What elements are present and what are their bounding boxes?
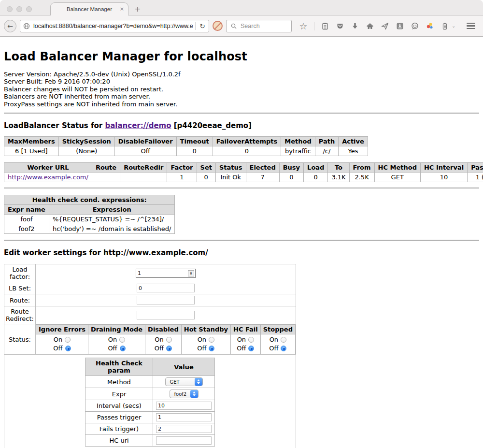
site-identity-globe-icon[interactable] [22, 22, 31, 30]
draining-mode-off-radio[interactable] [120, 346, 126, 351]
col-failoverattempts: FailoverAttempts [213, 137, 281, 146]
color-dots-icon[interactable] [426, 22, 434, 30]
cell-factor: 1 [167, 173, 197, 182]
edit-worker-heading: Edit worker settings for http://www.exam… [4, 248, 479, 257]
stopped-on-radio[interactable] [281, 337, 286, 343]
cell-timeout: 0 [176, 146, 213, 156]
bookmark-star-icon[interactable]: ☆ [299, 22, 308, 30]
search-bar[interactable]: Search [226, 20, 292, 32]
cell-active: Yes [339, 146, 368, 156]
col-path: Path [315, 137, 338, 146]
hc-fail-off-radio[interactable] [248, 346, 254, 351]
worker-url-link[interactable]: http://www.example.com/ [8, 173, 88, 181]
on-label: On [237, 335, 246, 344]
reading-list-clipboard-icon[interactable] [321, 22, 329, 30]
col-disablefailover: DisableFailover [114, 137, 176, 146]
table-row: http://www.example.com/ 1 0 Init Ok 7 0 … [4, 173, 483, 182]
proxypass-notice-line: ProxyPass settings are NOT inherited fro… [4, 101, 479, 108]
hot-standby-off-radio[interactable] [209, 346, 214, 351]
heading-prefix: LoadBalancer Status for [4, 121, 105, 130]
chevron-down-icon[interactable]: ⌄ [452, 23, 455, 29]
route-input[interactable] [137, 296, 195, 304]
off-label: Off [269, 344, 278, 353]
cell-busy: 0 [279, 173, 303, 182]
close-window-button[interactable] [7, 6, 13, 12]
url-text[interactable]: localhost:8880/balancer-manager?b=demo&w… [33, 23, 193, 29]
menu-hamburger-icon[interactable] [467, 23, 475, 29]
passes-input[interactable] [156, 413, 212, 421]
disabled-on-radio[interactable] [166, 337, 172, 343]
on-label: On [108, 335, 117, 344]
hc-fail-on-radio[interactable] [248, 337, 254, 343]
browser-window: Balancer Manager × + ← localhost:8880/ba… [0, 0, 483, 448]
cell-hc-interval: 10 [420, 173, 467, 182]
col-hc-interval: HC Interval [420, 163, 467, 173]
status-label: Status: [4, 324, 36, 355]
pocket-icon[interactable] [336, 22, 344, 30]
col-set: Set [197, 163, 215, 173]
container-battery-icon[interactable] [440, 22, 449, 30]
page-title: Load Balancer Manager for localhost [4, 50, 479, 63]
method-label: Method [85, 376, 153, 388]
tab-balancer-manager[interactable]: Balancer Manager × [50, 2, 128, 15]
zoom-window-button[interactable] [26, 6, 32, 12]
load-factor-input[interactable] [136, 269, 196, 278]
number-spinner-icon[interactable]: ▲▼ [188, 270, 194, 276]
form-row-route: Route: [4, 294, 296, 306]
chat-smiley-icon[interactable] [411, 22, 419, 30]
status-radio-row: On Off On Off On Off [36, 334, 296, 354]
route-redirect-input[interactable] [137, 311, 195, 319]
form-row-health-params: Health Check param Value Method GET [4, 355, 296, 448]
hc-row-fails: Fails trigger) [85, 423, 215, 435]
send-tab-icon[interactable] [381, 22, 389, 30]
table-header-row: MaxMembers StickySession DisableFailover… [4, 137, 368, 146]
save-page-icon[interactable] [396, 22, 404, 30]
col-passes: Passes [468, 163, 483, 173]
minimize-window-button[interactable] [16, 6, 22, 12]
expr-select[interactable]: foof2 [170, 390, 199, 398]
cell-expression: hc('body') =~ /domain is established/ [49, 224, 175, 234]
interval-input[interactable] [156, 402, 212, 410]
hc-expressions-table: Health check cond. expressions: Expr nam… [4, 195, 175, 234]
col-elected: Elected [246, 163, 279, 173]
worker-table: Worker URL Route RouteRedir Factor Set S… [4, 162, 483, 182]
tab-close-icon[interactable]: × [120, 6, 124, 12]
hot-standby-on-radio[interactable] [209, 337, 214, 343]
back-button[interactable]: ← [4, 20, 16, 32]
draining-mode-on-radio[interactable] [119, 337, 125, 343]
col-expr-name: Expr name [4, 205, 49, 215]
status-header-row: Ignore Errors Draining Mode Disabled Hot… [36, 325, 296, 334]
on-label: On [155, 335, 163, 344]
fails-input[interactable] [156, 425, 212, 433]
ignore-errors-off-radio[interactable] [65, 346, 71, 351]
tab-title: Balancer Manager [67, 6, 112, 12]
search-placeholder[interactable]: Search [241, 23, 260, 29]
balancer-demo-link[interactable]: balancer://demo [105, 121, 171, 130]
hc-expressions-title: Health check cond. expressions: [4, 195, 175, 205]
form-row-route-redirect: Route Redirect: [4, 306, 296, 324]
reload-icon[interactable]: ↻ [198, 22, 207, 30]
col-hc-param: Health Check param [85, 358, 153, 376]
new-tab-button[interactable]: + [134, 4, 141, 14]
downloads-icon[interactable] [351, 22, 359, 30]
url-bar[interactable]: localhost:8880/balancer-manager?b=demo&w… [20, 20, 209, 32]
route-label: Route: [4, 294, 36, 306]
cell-path: /c/ [315, 146, 338, 156]
adblock-icon[interactable] [213, 21, 223, 31]
method-select-value: GET [170, 379, 180, 385]
col-from: From [349, 163, 374, 173]
lb-set-input[interactable] [137, 284, 195, 292]
cell-expression: %{REQUEST_STATUS} =~ /^[234]/ [49, 215, 175, 224]
home-icon[interactable] [366, 22, 374, 30]
form-row-status: Status: Ignore Errors Draining Mode Disa… [4, 324, 296, 355]
ignore-errors-on-radio[interactable] [65, 337, 71, 343]
off-label: Off [155, 344, 164, 353]
col-hot-standby: Hot Standby [181, 325, 230, 334]
hc-uri-label: HC uri [85, 435, 153, 447]
disabled-off-radio[interactable] [166, 346, 172, 351]
hc-row-interval: Interval (secs) [85, 400, 215, 412]
hc-row-hcuri: HC uri [85, 435, 215, 447]
stopped-off-radio[interactable] [281, 346, 286, 351]
hc-uri-input[interactable] [156, 436, 212, 445]
method-select[interactable]: GET [165, 377, 203, 386]
